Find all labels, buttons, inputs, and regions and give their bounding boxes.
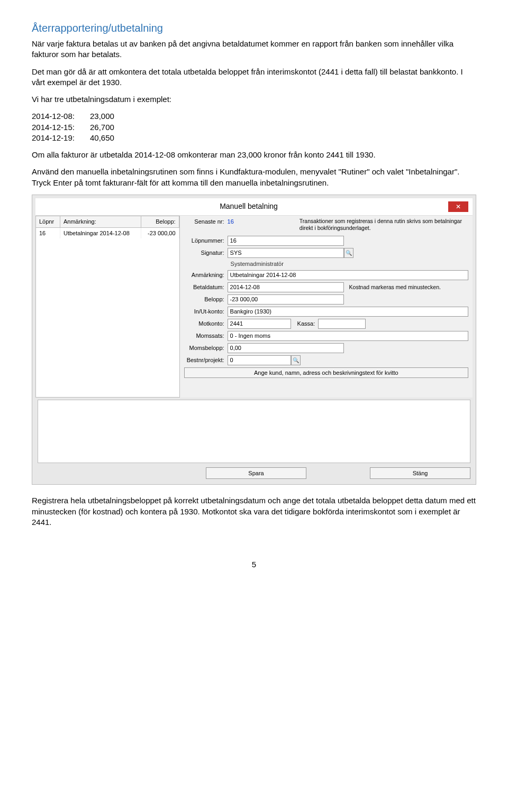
anmarkning-label: Anmärkning: bbox=[184, 271, 228, 279]
col-header-belopp: Belopp: bbox=[141, 216, 179, 227]
info-text: Transaktioner som registreras i denna ru… bbox=[300, 218, 468, 232]
page-title: Återrapportering/utbetalning bbox=[32, 21, 476, 35]
lookup-icon[interactable]: 🔍 bbox=[344, 248, 353, 258]
cell-anmarkning: Utbetalningar 2014-12-08 bbox=[60, 228, 141, 239]
belopp-label: Belopp: bbox=[184, 296, 228, 303]
table-row[interactable]: 16 Utbetalningar 2014-12-08 -23 000,00 bbox=[36, 228, 179, 239]
belopp-input[interactable]: -23 000,00 bbox=[228, 294, 344, 304]
body-text: Om alla fakturor är utbetalda 2014-12-08… bbox=[32, 150, 476, 160]
close-button[interactable]: ✕ bbox=[448, 201, 468, 212]
left-list-pane: Löpnr Anmärkning: Belopp: 16 Utbetalning… bbox=[35, 216, 180, 398]
signatur-label: Signatur: bbox=[184, 249, 228, 257]
inut-konto-label: In/Ut-konto: bbox=[184, 308, 228, 316]
kassa-label: Kassa: bbox=[294, 320, 319, 328]
momsbelopp-label: Momsbelopp: bbox=[184, 344, 228, 352]
bestnr-input[interactable]: 0 bbox=[228, 355, 291, 365]
cell-belopp: -23 000,00 bbox=[141, 228, 179, 239]
date-label: 2014-12-15: bbox=[32, 122, 90, 133]
belopp-note: Kostnad markeras med minustecken. bbox=[349, 284, 441, 291]
momssats-label: Momssats: bbox=[184, 332, 228, 340]
motkonto-label: Motkonto: bbox=[184, 320, 228, 328]
anmarkning-input[interactable]: Utbetalningar 2014-12-08 bbox=[228, 270, 468, 280]
spara-button[interactable]: Spara bbox=[206, 467, 306, 479]
col-header-anmarkning: Anmärkning: bbox=[60, 216, 141, 227]
lopnummer-input[interactable]: 16 bbox=[228, 236, 344, 246]
momsbelopp-input[interactable]: 0,00 bbox=[228, 343, 344, 353]
dialog-window: Manuell betalning ✕ Löpnr Anmärkning: Be… bbox=[32, 195, 476, 485]
signatur-subtext: Systemadministratör bbox=[231, 260, 468, 268]
betaldatum-label: Betaldatum: bbox=[184, 283, 228, 291]
date-label: 2014-12-08: bbox=[32, 111, 90, 122]
cell-lopnr: 16 bbox=[36, 228, 60, 239]
lookup-icon[interactable]: 🔍 bbox=[291, 355, 301, 365]
bestnr-label: Bestnr/projekt: bbox=[184, 356, 228, 364]
momssats-input[interactable]: 0 - Ingen moms bbox=[228, 331, 468, 341]
body-text: Vi har tre utbetalningsdatum i exemplet: bbox=[32, 94, 476, 105]
dialog-title-text: Manuell betalning bbox=[220, 201, 278, 211]
signatur-input[interactable]: SYS bbox=[228, 248, 344, 258]
right-form-pane: Senaste nr: 16 Transaktioner som registr… bbox=[180, 216, 473, 398]
kvittotext-button[interactable]: Ange kund, namn, adress och beskrivnings… bbox=[184, 367, 468, 378]
body-text: Registrera hela utbetalningsbeloppet på … bbox=[32, 495, 476, 528]
body-text: När varje faktura betalas ut av banken p… bbox=[32, 39, 476, 60]
senaste-label: Senaste nr: bbox=[184, 218, 228, 226]
inut-konto-input[interactable]: Bankgiro (1930) bbox=[228, 307, 468, 317]
date-value: 23,000 bbox=[90, 111, 114, 122]
page-number: 5 bbox=[32, 559, 476, 570]
dialog-titlebar: Manuell betalning ✕ bbox=[35, 198, 473, 216]
date-value: 26,700 bbox=[90, 122, 114, 133]
motkonto-input[interactable]: 2441 bbox=[228, 319, 291, 329]
date-label: 2014-12-19: bbox=[32, 133, 90, 143]
date-list: 2014-12-08:23,000 2014-12-15:26,700 2014… bbox=[32, 111, 476, 143]
date-value: 40,650 bbox=[90, 133, 114, 143]
col-header-lopnr: Löpnr bbox=[36, 216, 60, 227]
betaldatum-input[interactable]: 2014-12-08 bbox=[228, 282, 344, 292]
lopnummer-label: Löpnummer: bbox=[184, 237, 228, 245]
stang-button[interactable]: Stäng bbox=[370, 467, 470, 479]
body-text: Det man gör då är att omkontera det tota… bbox=[32, 67, 476, 88]
bottom-list-area bbox=[38, 400, 470, 463]
senaste-value: 16 bbox=[228, 218, 234, 226]
kassa-input[interactable] bbox=[318, 319, 366, 329]
body-text: Använd den manuella inbetalningsrutinen … bbox=[32, 167, 476, 188]
close-icon: ✕ bbox=[456, 202, 461, 211]
